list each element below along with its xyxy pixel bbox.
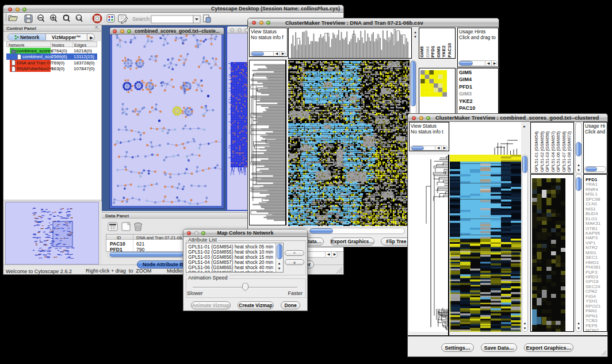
svg-text:YKE2: YKE2 (441, 45, 446, 58)
svg-text:GIM3: GIM3 (436, 46, 441, 58)
svg-text:GIM5: GIM5 (419, 46, 424, 58)
svg-text:Search:: Search: (132, 16, 151, 22)
svg-text:GPL51-04 (GSM857): GPL51-04 (GSM857) (550, 131, 556, 172)
svg-text:GPL51-01 (GSM854): GPL51-01 (GSM854) (534, 131, 539, 172)
svg-text:GPL51-07 (GSM868): GPL51-07 (GSM868) (561, 131, 567, 172)
svg-text:GPL51-03 (GSM856): GPL51-03 (GSM856) (545, 131, 550, 172)
svg-text:PAC10: PAC10 (447, 43, 452, 58)
svg-text:GIM4: GIM4 (425, 46, 430, 58)
svg-text:GPL51-02 (GSM855): GPL51-02 (GSM855) (540, 131, 545, 172)
svg-text:GPL51-08 (GSM872): GPL51-08 (GSM872) (567, 131, 572, 172)
svg-text:1:1: 1:1 (76, 17, 82, 20)
svg-text:PFD1: PFD1 (430, 45, 435, 58)
svg-text:GPL51-06 (GSM865): GPL51-06 (GSM865) (556, 131, 561, 172)
